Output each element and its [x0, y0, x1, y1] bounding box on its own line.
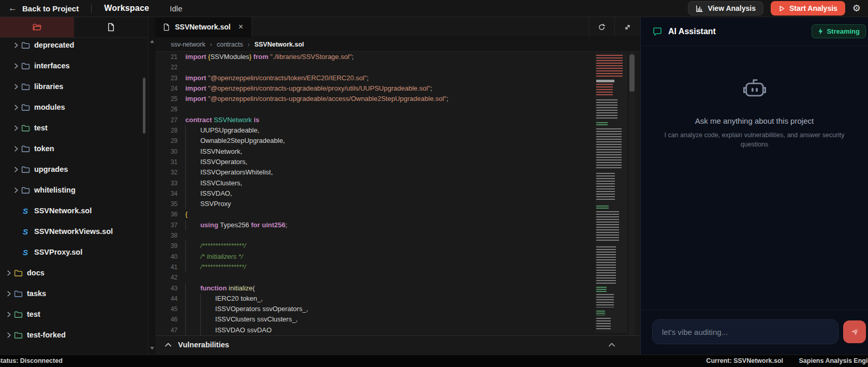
scroll-strip[interactable]	[148, 17, 155, 355]
code-line-23[interactable]: 23import "@openzeppelin/contracts/token/…	[155, 73, 640, 83]
chevron-right-icon[interactable]	[12, 104, 20, 111]
code-line-30[interactable]: 30ISSVNetwork,	[155, 146, 640, 157]
line-number: 22	[155, 62, 185, 72]
tree-item-token[interactable]: token	[0, 138, 148, 159]
code-line-37[interactable]: 37using Types256 for uint256;	[155, 220, 640, 230]
code-line-21[interactable]: 21import {SSVModules} from "./libraries/…	[155, 52, 640, 62]
ai-assistant-panel: AI Assistant Streaming	[640, 17, 868, 355]
chevron-up-icon[interactable]	[608, 342, 615, 347]
line-content: SSVProxy	[185, 199, 231, 209]
code-line-26[interactable]: 26	[155, 104, 640, 114]
expand-editor-button[interactable]	[614, 17, 640, 37]
view-analysis-button[interactable]: View Analysis	[688, 1, 763, 16]
settings-gear-icon[interactable]: ⚙	[852, 4, 861, 13]
tree-item-deprecated[interactable]: deprecated	[0, 35, 148, 55]
breadcrumb-file[interactable]: SSVNetwork.sol	[254, 41, 304, 48]
line-content: /* Initializers */	[185, 252, 243, 262]
folder-open-icon	[32, 22, 42, 32]
lightning-bolt-icon	[818, 28, 823, 35]
chat-bubble-icon	[652, 26, 663, 37]
code-line-35[interactable]: 35SSVProxy	[155, 199, 640, 209]
minimap-marks-gray	[596, 246, 616, 284]
vulnerabilities-panel-header[interactable]: Vulnerabilities	[155, 335, 640, 354]
tree-item-ssvnetworkviews-sol[interactable]: SSSVNetworkViews.sol	[0, 221, 148, 242]
line-content: /****************/	[185, 262, 246, 272]
chevron-right-icon[interactable]	[5, 290, 12, 297]
breadcrumb-project[interactable]: ssv-network	[171, 41, 205, 48]
code-line-32[interactable]: 32ISSVOperatorsWhitelist,	[155, 167, 640, 178]
code-line-47[interactable]: 47ISSVDAO ssvDAO	[155, 325, 640, 335]
tree-item-docs[interactable]: docs	[0, 262, 148, 283]
back-to-project-button[interactable]: ← Back to Project	[8, 3, 79, 13]
editor-scrollbar[interactable]	[629, 52, 635, 335]
code-line-22[interactable]: 22	[155, 62, 640, 72]
code-line-45[interactable]: 45ISSVOperators ssvOperators_,	[155, 304, 640, 314]
code-line-38[interactable]: 38	[155, 230, 640, 241]
tree-item-libraries[interactable]: libraries	[0, 76, 148, 97]
tab-open-files[interactable]	[74, 17, 148, 37]
start-analysis-button[interactable]: Start Analysis	[771, 1, 845, 16]
minimap[interactable]	[595, 53, 627, 332]
line-number: 35	[155, 199, 185, 209]
chevron-right-icon[interactable]	[5, 311, 12, 318]
code-line-43[interactable]: 43function initialize(	[155, 283, 640, 293]
code-line-33[interactable]: 33ISSVClusters,	[155, 178, 640, 188]
tree-item-whitelisting[interactable]: whitelisting	[0, 180, 148, 200]
code-line-28[interactable]: 28UUPSUpgradeable,	[155, 125, 640, 136]
tree-item-test[interactable]: test	[0, 118, 148, 138]
code-area[interactable]: 21import {SSVModules} from "./libraries/…	[155, 52, 640, 335]
streaming-label: Streaming	[827, 27, 860, 35]
tree-item-modules[interactable]: modules	[0, 97, 148, 118]
bar-chart-icon	[696, 5, 703, 12]
editor-tab-ssvnetwork[interactable]: SSVNetwork.sol ×	[155, 17, 252, 37]
chevron-right-icon[interactable]	[12, 42, 20, 49]
code-line-41[interactable]: 41/****************/	[155, 262, 640, 272]
close-tab-icon[interactable]: ×	[238, 22, 243, 32]
topbar-divider	[91, 4, 92, 13]
tree-item-tasks[interactable]: tasks	[0, 283, 148, 304]
tab-file-explorer[interactable]	[0, 17, 74, 37]
code-line-42[interactable]: 42	[155, 272, 640, 283]
code-line-40[interactable]: 40/* Initializers */	[155, 252, 640, 262]
chevron-right-icon[interactable]	[12, 83, 20, 90]
tree-item-ssvproxy-sol[interactable]: SSSVProxy.sol	[0, 242, 148, 262]
chevron-right-icon[interactable]	[12, 125, 20, 131]
code-line-39[interactable]: 39/****************/	[155, 241, 640, 251]
tree-item-upgrades[interactable]: upgrades	[0, 159, 148, 180]
scroll-up-arrow-icon[interactable]	[150, 40, 154, 43]
breadcrumb-folder[interactable]: contracts	[217, 41, 243, 48]
chevron-right-icon[interactable]	[12, 145, 20, 152]
code-line-27[interactable]: 27contract SSVNetwork is	[155, 115, 640, 125]
code-line-46[interactable]: 46ISSVClusters ssvClusters_,	[155, 314, 640, 325]
top-bar: ← Back to Project Workspace Idle View An…	[0, 0, 868, 17]
tree-item-test[interactable]: test	[0, 304, 148, 325]
line-number: 34	[155, 188, 185, 199]
code-line-34[interactable]: 34ISSVDAO,	[155, 188, 640, 199]
chevron-up-icon[interactable]	[165, 342, 172, 347]
scroll-down-arrow-icon[interactable]	[150, 347, 154, 350]
code-line-36[interactable]: 36{	[155, 209, 640, 219]
code-line-29[interactable]: 29Ownable2StepUpgradeable,	[155, 136, 640, 146]
editor-scrollbar-thumb[interactable]	[629, 54, 635, 92]
tree-item-test-forked[interactable]: test-forked	[0, 325, 148, 345]
tree-item-interfaces[interactable]: interfaces	[0, 55, 148, 76]
chevron-right-icon[interactable]	[12, 63, 20, 69]
chevron-right-icon[interactable]	[12, 166, 20, 173]
chevron-right-icon[interactable]	[5, 270, 12, 276]
code-line-25[interactable]: 25import "@openzeppelin/contracts-upgrad…	[155, 94, 640, 104]
line-number: 40	[155, 252, 185, 262]
tree-item-ssvnetwork-sol[interactable]: SSSVNetwork.sol	[0, 200, 148, 221]
editor-tab-title: SSVNetwork.sol	[175, 23, 230, 31]
tree-item-label: whitelisting	[34, 186, 76, 194]
solidity-file-icon: S	[20, 227, 31, 236]
chevron-right-icon[interactable]	[12, 187, 20, 194]
code-line-31[interactable]: 31ISSVOperators,	[155, 157, 640, 167]
chat-input[interactable]	[652, 319, 838, 344]
refresh-button[interactable]	[589, 17, 614, 37]
tree-item-label: test-forked	[27, 331, 66, 339]
sidebar-scrollbar-thumb[interactable]	[143, 78, 145, 134]
code-line-24[interactable]: 24import "@openzeppelin/contracts-upgrad…	[155, 83, 640, 94]
chevron-right-icon[interactable]	[5, 332, 12, 339]
send-message-button[interactable]	[843, 320, 866, 343]
code-line-44[interactable]: 44IERC20 token_,	[155, 293, 640, 304]
